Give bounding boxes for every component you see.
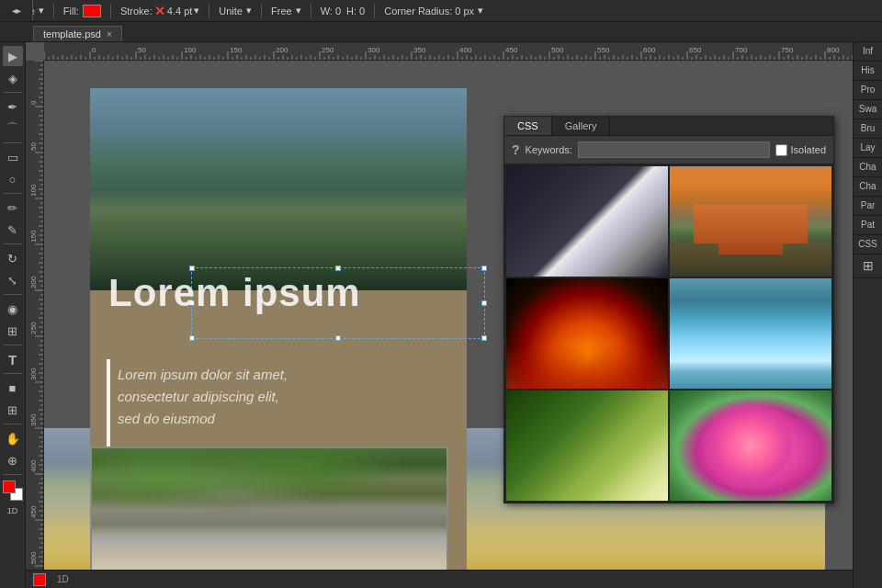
character-panel-button[interactable]: Cha bbox=[854, 158, 882, 177]
paintbrush-tool-button[interactable]: ✏ bbox=[3, 198, 23, 218]
text-tool-button[interactable]: T bbox=[3, 349, 23, 369]
keywords-input[interactable] bbox=[578, 141, 771, 158]
free-label: Free bbox=[271, 6, 292, 17]
channels-panel-button[interactable]: Cha bbox=[854, 177, 882, 197]
keywords-label: Keywords: bbox=[526, 144, 572, 155]
scale-tool-button[interactable]: ⤡ bbox=[3, 270, 23, 290]
properties-label: Pro bbox=[855, 85, 880, 96]
patterns-panel-button[interactable]: Pat bbox=[854, 216, 882, 235]
gallery-panel[interactable]: CSS Gallery ? Keywords: Isolated bbox=[503, 116, 834, 503]
separator-6 bbox=[374, 4, 375, 18]
rectangle-tool-button[interactable]: ▭ bbox=[3, 147, 23, 167]
ellipse-tool-button[interactable]: ○ bbox=[3, 169, 23, 189]
paragraph-panel-button[interactable]: Par bbox=[854, 197, 882, 216]
gallery-image-house[interactable] bbox=[670, 166, 831, 277]
gallery-tabs: CSS Gallery bbox=[504, 117, 833, 136]
eyedropper-tool-button[interactable]: ◉ bbox=[3, 299, 23, 319]
rotate-tool-button[interactable]: ↻ bbox=[3, 248, 23, 268]
status-indicator: 1D bbox=[7, 506, 18, 515]
stroke-chevron-icon: ▾ bbox=[194, 5, 199, 17]
doc-tab[interactable]: template.psd × bbox=[33, 26, 122, 41]
tool-sep-7 bbox=[4, 373, 22, 374]
fire-visual bbox=[506, 278, 668, 389]
main-text-area: Lorem ipsum bbox=[108, 272, 448, 314]
color-swatches[interactable] bbox=[3, 481, 23, 501]
measure-tool-button[interactable]: ⊞ bbox=[3, 321, 23, 341]
gallery-tab[interactable]: Gallery bbox=[552, 117, 611, 135]
template-design[interactable]: Lorem ipsum Lorem ipsum dolor sit amet, … bbox=[90, 88, 467, 588]
separator-5 bbox=[311, 4, 311, 18]
css-panel-button[interactable]: CSS bbox=[854, 235, 882, 254]
isolated-checkbox-group[interactable]: Isolated bbox=[775, 144, 826, 156]
gallery-image-hands[interactable] bbox=[506, 166, 668, 277]
lorem-sub-line2: consectetur adipiscing elit, bbox=[118, 389, 279, 404]
gallery-image-flower[interactable] bbox=[670, 390, 831, 501]
tab-nav-right-icon[interactable]: ▸ bbox=[17, 6, 21, 16]
help-button[interactable]: ? bbox=[512, 142, 520, 157]
status-color-indicator bbox=[33, 573, 46, 586]
ruler-top bbox=[44, 42, 853, 61]
brushes-panel-button[interactable]: Bru bbox=[854, 119, 882, 139]
properties-panel-button[interactable]: Pro bbox=[854, 81, 882, 100]
fill-control[interactable]: Fill: bbox=[63, 5, 101, 17]
corner-radius-chevron-icon: ▾ bbox=[478, 5, 483, 17]
vertical-ruler-canvas bbox=[26, 61, 44, 588]
history-panel-button[interactable]: His bbox=[854, 62, 882, 81]
fill-color-box[interactable] bbox=[83, 5, 101, 17]
w-control: W: 0 bbox=[321, 6, 341, 17]
canvas-area[interactable]: Lorem ipsum Lorem ipsum dolor sit amet, … bbox=[26, 42, 853, 588]
swatches-panel-button[interactable]: Swa bbox=[854, 100, 882, 119]
gradient-tool-button[interactable]: ■ bbox=[3, 378, 23, 398]
isolated-label: Isolated bbox=[790, 144, 826, 155]
gallery-image-fire[interactable] bbox=[506, 278, 668, 389]
tool-sep-9 bbox=[4, 474, 22, 475]
main-area: ▶ ◈ ✒ ⌒ ▭ ○ ✏ ✎ ↻ ⤡ ◉ ⊞ T ■ ⊞ ✋ ⊕ 1D bbox=[0, 42, 882, 588]
tab-close-button[interactable]: × bbox=[107, 29, 112, 40]
mesh-tool-button[interactable]: ⊞ bbox=[3, 400, 23, 420]
horizontal-ruler-canvas bbox=[44, 42, 853, 61]
info-panel-button[interactable]: Inf bbox=[854, 42, 882, 62]
separator-1 bbox=[53, 4, 54, 18]
grain-visual bbox=[506, 390, 668, 501]
isolated-checkbox[interactable] bbox=[775, 144, 787, 156]
panel-icon-button[interactable]: ⊞ bbox=[854, 254, 882, 278]
direct-select-button[interactable]: ◈ bbox=[3, 68, 23, 88]
gallery-image-ocean[interactable] bbox=[670, 278, 831, 389]
info-label: Inf bbox=[855, 46, 880, 57]
zoom-tool-button[interactable]: ⊕ bbox=[3, 450, 23, 470]
tab-bar: ◂ ▸ template.psd × bbox=[0, 22, 882, 42]
w-label: W: 0 bbox=[321, 6, 341, 17]
pencil-tool-button[interactable]: ✎ bbox=[3, 220, 23, 240]
handle-br bbox=[481, 335, 487, 341]
corner-radius-label: Corner Radius: 0 px bbox=[384, 6, 474, 17]
handle-tr bbox=[481, 266, 487, 271]
separator-4 bbox=[261, 4, 262, 18]
layers-panel-button[interactable]: Lay bbox=[854, 139, 882, 158]
layers-label: Lay bbox=[855, 142, 880, 153]
free-chevron-icon: ▾ bbox=[296, 5, 301, 17]
curvature-tool-button[interactable]: ⌒ bbox=[3, 119, 23, 139]
stroke-control[interactable]: Stroke: ✕ 4.4 pt ▾ bbox=[120, 4, 199, 18]
canvas-content[interactable]: Lorem ipsum Lorem ipsum dolor sit amet, … bbox=[44, 61, 853, 588]
tool-sep-5 bbox=[4, 294, 22, 295]
lorem-sub-line3: sed do eiusmod bbox=[118, 411, 215, 426]
shape-chevron-icon: ▾ bbox=[39, 5, 44, 17]
h-control: H: 0 bbox=[346, 6, 365, 17]
channels-label: Cha bbox=[855, 181, 880, 192]
patterns-label: Pat bbox=[855, 220, 880, 231]
gallery-search-bar: ? Keywords: Isolated bbox=[504, 136, 833, 164]
gallery-image-grain[interactable] bbox=[506, 390, 668, 501]
stroke-label: Stroke: bbox=[120, 6, 153, 17]
fill-label: Fill: bbox=[63, 6, 79, 17]
free-control[interactable]: Free ▾ bbox=[271, 5, 301, 17]
flower-visual bbox=[670, 390, 831, 501]
tool-sep-3 bbox=[4, 193, 22, 194]
tool-sep-2 bbox=[4, 142, 22, 143]
unite-control[interactable]: Unite ▾ bbox=[219, 5, 252, 17]
selection-tool-button[interactable]: ▶ bbox=[3, 46, 23, 66]
swatches-label: Swa bbox=[855, 104, 880, 115]
hand-tool-button[interactable]: ✋ bbox=[3, 428, 23, 448]
lorem-sub-line1: Lorem ipsum dolor sit amet, bbox=[118, 367, 288, 382]
pen-tool-button[interactable]: ✒ bbox=[3, 96, 23, 117]
css-tab[interactable]: CSS bbox=[504, 117, 552, 135]
